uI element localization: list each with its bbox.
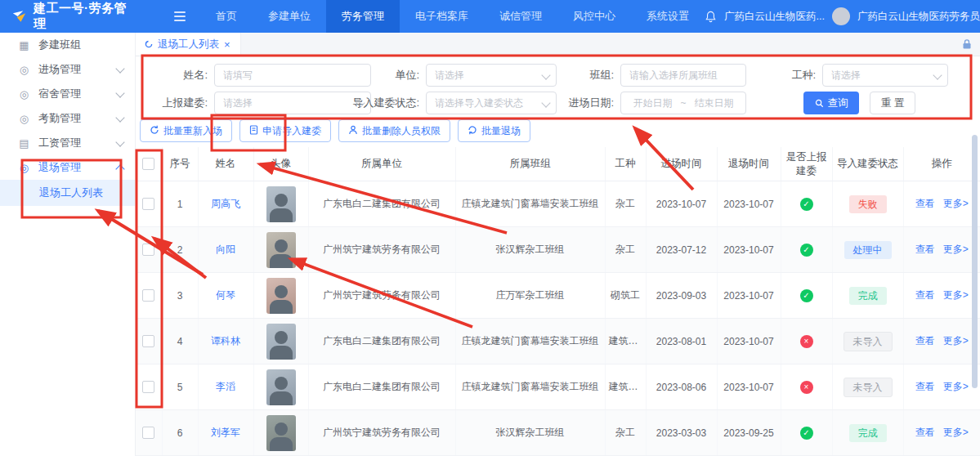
row-checkbox[interactable]	[142, 427, 154, 439]
sidebar-item[interactable]: ◎宿舍管理	[0, 82, 135, 106]
search-button[interactable]: 查询	[803, 92, 859, 114]
nav-item[interactable]: 风控中心	[557, 0, 631, 33]
sidebar-item-label: 进场管理	[38, 62, 81, 77]
enter-date-filter-label: 进场日期:	[564, 96, 620, 110]
worker-photo[interactable]	[266, 324, 296, 360]
vertical-scrollbar[interactable]	[972, 135, 978, 388]
more-link[interactable]: 更多>	[943, 198, 969, 209]
chevron-down-icon	[115, 113, 124, 122]
user-avatar[interactable]	[832, 7, 850, 25]
worker-photo[interactable]	[266, 369, 296, 405]
tab-close-icon[interactable]: ×	[224, 39, 230, 50]
exit-date-cell: 2023-10-07	[717, 364, 781, 410]
worker-name-link[interactable]: 向阳	[216, 244, 235, 255]
team-cell: 庄镇龙建筑门窗幕墙安装工班组	[455, 181, 605, 227]
lock-icon[interactable]	[961, 38, 973, 50]
worker-photo[interactable]	[266, 415, 296, 451]
view-link[interactable]: 查看	[915, 427, 935, 438]
more-link[interactable]: 更多>	[943, 244, 969, 255]
nav-item[interactable]: 诚信管理	[484, 0, 557, 33]
row-checkbox[interactable]	[142, 381, 154, 393]
row-checkbox[interactable]	[142, 289, 154, 302]
import-status-filter-select[interactable]	[426, 92, 557, 114]
worker-name-link[interactable]: 刘孝军	[211, 427, 240, 438]
more-link[interactable]: 更多>	[943, 289, 969, 301]
team-grid-icon: ▦	[18, 39, 30, 51]
avatar-cell	[253, 273, 308, 319]
user-name[interactable]: 广药白云山生物医药劳务员	[857, 10, 980, 24]
reset-button[interactable]: 重 置	[870, 92, 915, 114]
name-filter-input[interactable]	[214, 64, 371, 87]
batch-toolbar: 批量重新入场申请导入建委批量删除人员权限批量退场	[140, 119, 530, 142]
nav-item[interactable]: 参建单位	[253, 0, 326, 33]
more-link[interactable]: 更多>	[943, 381, 969, 392]
reported-cell: ✓	[781, 227, 832, 273]
team-cell: 庄万军杂工班组	[455, 273, 605, 319]
nav-item[interactable]: 电子档案库	[400, 0, 484, 33]
tab-exit-worker-list[interactable]: 退场工人列表 ×	[135, 33, 241, 56]
row-checkbox[interactable]	[142, 335, 154, 347]
worktype-cell: 杂工	[605, 227, 646, 273]
view-link[interactable]: 查看	[915, 198, 935, 209]
top-navbar: 建工一号·劳务管理 首页参建单位劳务管理电子档案库诚信管理风控中心系统设置 广药…	[0, 0, 980, 33]
table-row: 6刘孝军广州筑宁建筑劳务有限公司张汉辉杂工班组杂工2023-03-032023-…	[135, 410, 980, 456]
sidebar-item[interactable]: ▤工资管理	[0, 131, 135, 155]
row-checkbox[interactable]	[142, 244, 154, 256]
view-link[interactable]: 查看	[915, 244, 935, 255]
row-checkbox-cell	[135, 410, 162, 456]
view-link[interactable]: 查看	[915, 289, 935, 301]
operations-cell: 查看更多>	[903, 227, 980, 273]
nav-item[interactable]: 劳务管理	[326, 0, 400, 33]
enter-date-cell: 2023-07-12	[646, 227, 717, 273]
enter-date-cell: 2023-08-06	[646, 364, 717, 410]
unit-cell: 广东电白二建集团有限公司	[308, 319, 455, 364]
unit-filter-select[interactable]	[426, 64, 557, 87]
unit-cell: 广州筑宁建筑劳务有限公司	[308, 273, 455, 319]
more-link[interactable]: 更多>	[943, 335, 969, 346]
app-logo-icon	[11, 7, 28, 25]
worker-name-link[interactable]: 李滔	[216, 381, 235, 392]
worker-name-cell: 周高飞	[198, 181, 253, 227]
view-link[interactable]: 查看	[915, 381, 935, 392]
batch-exit-button[interactable]: 批量退场	[458, 119, 530, 142]
apply-import-committee-button[interactable]: 申请导入建委	[239, 119, 331, 142]
sidebar: ▦参建班组◎进场管理◎宿舍管理◎考勤管理▤工资管理◎退场管理 退场工人列表	[0, 33, 136, 456]
row-checkbox-cell	[135, 319, 162, 364]
worker-photo[interactable]	[266, 186, 296, 222]
reported-check-icon: ✓	[800, 427, 813, 440]
worker-name-cell: 刘孝军	[198, 410, 253, 456]
table-header-cell: 退场时间	[717, 147, 781, 181]
batch-delete-permission-button[interactable]: 批量删除人员权限	[338, 119, 450, 142]
table-header-cell: 工种	[605, 147, 646, 181]
select-all-checkbox[interactable]	[142, 158, 154, 170]
batch-reenter-button[interactable]: 批量重新入场	[140, 119, 232, 142]
row-checkbox[interactable]	[142, 198, 154, 210]
worker-name-link[interactable]: 周高飞	[211, 198, 240, 209]
worker-name-link[interactable]: 谭科林	[211, 335, 240, 346]
nav-item[interactable]: 系统设置	[631, 0, 705, 33]
worker-name-link[interactable]: 何琴	[216, 289, 235, 301]
reported-check-icon: ✓	[800, 198, 813, 211]
view-link[interactable]: 查看	[915, 335, 935, 346]
reported-cross-icon: ×	[800, 335, 813, 348]
worker-photo[interactable]	[266, 232, 296, 268]
sidebar-item[interactable]: ◎考勤管理	[0, 106, 135, 131]
enter-date-range-input[interactable]: 开始日期 ~ 结束日期	[620, 92, 746, 114]
table-header-cell: 是否上报建委	[781, 147, 832, 181]
exit-refresh-icon	[468, 125, 477, 137]
sidebar-item[interactable]: ▦参建班组	[0, 33, 135, 57]
table-row: 1周高飞广东电白二建集团有限公司庄镇龙建筑门窗幕墙安装工班组杂工2023-10-…	[135, 181, 980, 227]
team-filter-input[interactable]	[620, 64, 746, 87]
sidebar-item[interactable]: ◎进场管理	[0, 57, 135, 82]
current-project[interactable]: 广药白云山生物医药...	[724, 10, 825, 24]
tab-refresh-icon	[145, 40, 153, 48]
more-link[interactable]: 更多>	[943, 427, 969, 438]
table-header-cell: 姓名	[198, 147, 253, 181]
hamburger-icon[interactable]	[174, 11, 186, 21]
nav-item[interactable]: 首页	[200, 0, 253, 33]
sidebar-item-exit-worker-list[interactable]: 退场工人列表	[0, 180, 135, 206]
worktype-filter-select[interactable]	[822, 64, 948, 87]
worker-photo[interactable]	[266, 278, 296, 314]
bell-icon[interactable]	[705, 11, 717, 23]
sidebar-item[interactable]: ◎退场管理	[0, 155, 135, 180]
